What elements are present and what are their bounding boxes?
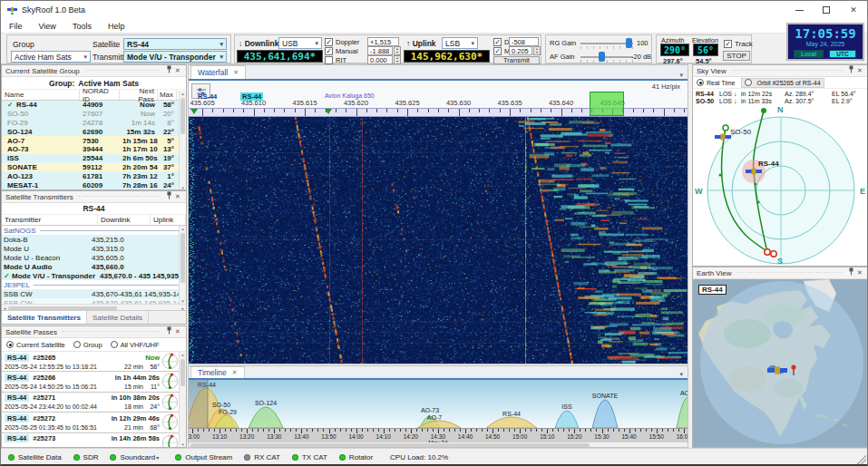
uplink-doppler-value[interactable]: -508: [509, 37, 539, 46]
close-icon[interactable]: ✕: [855, 66, 864, 75]
downlink-doppler-value[interactable]: +1,515: [367, 37, 399, 46]
resize-grip[interactable]: [857, 455, 866, 464]
transmit-button[interactable]: Transmit: [493, 56, 540, 64]
radio-real-time[interactable]: Real Time: [697, 79, 736, 86]
downlink-manual-spinner[interactable]: ▴▾: [394, 46, 401, 55]
close-icon[interactable]: ✕: [840, 1, 867, 19]
status-indicator[interactable]: RX CAT ▾: [244, 453, 280, 461]
maximize-icon[interactable]: [813, 1, 840, 19]
group-combobox[interactable]: Active Ham Sats▾: [11, 51, 91, 63]
pin-icon[interactable]: [164, 65, 173, 76]
radio-orbit[interactable]: Orbit #25265 of RS-44: [741, 78, 824, 88]
svg-text:AO: AO: [680, 390, 688, 396]
uplink-manual-spinner[interactable]: ▴▾: [533, 46, 541, 55]
tab-timeline[interactable]: Timeline✕: [190, 366, 245, 378]
table-row[interactable]: ✓RS-44 44909 Now 58°: [2, 101, 186, 110]
close-icon[interactable]: ✕: [173, 66, 182, 75]
chevron-down-icon: ▾: [313, 40, 318, 47]
af-gain-slider[interactable]: [580, 56, 633, 58]
close-icon[interactable]: ✕: [173, 327, 182, 336]
table-row[interactable]: ✓ JE9PEL: [2, 280, 186, 289]
downlink-rit-value[interactable]: 0.000: [367, 55, 393, 64]
menu-view[interactable]: View: [31, 19, 64, 33]
pin-icon[interactable]: [164, 191, 173, 202]
table-row[interactable]: ✓SO-50 27607 Now 20°: [2, 110, 186, 119]
list-item[interactable]: RS-44 #25271 in 10h 38m 20s 2025-05-24 2…: [2, 393, 180, 413]
tab-waterfall[interactable]: Waterfall✕: [190, 65, 246, 79]
table-row[interactable]: ✓MESAT-1 60209 7h 28m 16s 24°: [2, 180, 186, 189]
vertical-scrollbar[interactable]: ▴ ▾: [179, 352, 186, 447]
close-icon[interactable]: ✕: [233, 69, 239, 76]
track-checkbox[interactable]: ✓Track: [724, 40, 753, 48]
satellite-combobox[interactable]: RS-44▾: [123, 38, 227, 50]
table-row[interactable]: ✓ Mode U - Beacon 435,605.0: [2, 253, 186, 262]
list-item[interactable]: RS-44 #25266 in 1h 44m 26s 2025-05-24 14…: [2, 372, 180, 392]
status-indicator[interactable]: Rotator ▾: [339, 453, 373, 461]
list-item[interactable]: RS-44 #25265 Now 2025-05-24 12:55:25 to …: [2, 352, 180, 372]
radio-group[interactable]: Group: [73, 341, 102, 349]
table-row[interactable]: ✓AO-7 7530 1h 15m 18s 5°: [2, 136, 186, 145]
rg-gain-slider-thumb[interactable]: [626, 38, 632, 48]
af-gain-slider-thumb[interactable]: [599, 52, 605, 62]
table-row[interactable]: ✓SO-124 62690 15m 32s 22°: [2, 127, 186, 136]
chevron-down-icon[interactable]: ▾: [675, 72, 688, 79]
pin-icon[interactable]: [164, 326, 173, 337]
status-indicator[interactable]: Output Stream ▾: [175, 453, 232, 461]
utc-time-button[interactable]: UTC: [829, 50, 856, 58]
chevron-down-icon[interactable]: ▾: [675, 371, 688, 378]
passband-selection[interactable]: [590, 92, 624, 116]
tuning-marker-icon[interactable]: [325, 109, 332, 114]
earth-map[interactable]: [693, 279, 868, 447]
table-row[interactable]: ✓AO-123 61781 7h 23m 12s 1°: [2, 171, 186, 180]
table-row[interactable]: ✓ISS 25544 2h 6m 50s 19°: [2, 154, 186, 163]
local-time-button[interactable]: Local: [794, 50, 824, 58]
table-row[interactable]: ✓ Doka-B 435,215.0: [2, 235, 186, 244]
status-indicator[interactable]: Soundcard ▾: [110, 453, 163, 461]
stop-button[interactable]: STOP: [723, 51, 750, 61]
table-row[interactable]: ✓SONATE 59112 2h 20m 54s 37°: [2, 163, 186, 172]
close-icon[interactable]: ✕: [855, 268, 864, 277]
tab-satellite-details[interactable]: Satellite Details: [87, 311, 149, 324]
table-row[interactable]: ✓ Mode U Audio 435,660.0: [2, 262, 186, 271]
status-indicator[interactable]: TX CAT ▾: [292, 453, 327, 461]
downlink-doppler-checkbox[interactable]: ✓Doppler: [325, 38, 359, 46]
table-row[interactable]: ✓ SSB CW 435,670-435,610 145,935-145: [2, 289, 186, 298]
downlink-manual-checkbox[interactable]: ✓Manual: [325, 47, 358, 55]
satellite-passes-panel: Satellite Passes ✕ Current Satellite Gro…: [1, 325, 187, 448]
panel-title: Satellite Transmitters: [5, 193, 73, 201]
timeline-chart[interactable]: RS-44SO-50FO-29SO-124AO-73AO-7RS-44ISSSO…: [189, 380, 688, 428]
uplink-mode-combobox[interactable]: LSB▾: [442, 37, 478, 49]
status-indicator[interactable]: SDR ▾: [73, 453, 99, 461]
downlink-rit-spinner[interactable]: ▴▾: [394, 55, 401, 64]
status-indicator[interactable]: Satellite Data ▾: [8, 453, 62, 461]
close-icon[interactable]: ✕: [232, 369, 238, 376]
table-row[interactable]: ✓ Mode U 435,315.0: [2, 244, 186, 253]
downlink-manual-value[interactable]: -1.888: [367, 46, 393, 55]
transmitter-combobox[interactable]: Mode V/U - Transponder▾: [123, 51, 227, 63]
pin-icon[interactable]: [846, 267, 855, 278]
list-item[interactable]: RS-44 #25273 in 14h 26m 58s: [2, 433, 180, 447]
uplink-manual-value[interactable]: 0.205: [509, 46, 532, 55]
tuning-marker-icon[interactable]: [190, 109, 198, 114]
pin-icon[interactable]: [846, 65, 855, 76]
radio-all-vhf-uhf[interactable]: All VHF/UHF: [111, 341, 160, 349]
minimize-icon[interactable]: [785, 1, 813, 19]
downlink-mode-combobox[interactable]: USB▾: [278, 37, 322, 49]
downlink-rit-checkbox[interactable]: RIT: [325, 56, 346, 64]
table-row[interactable]: ✓ Mode V/U - Transponder 435,670.0 - 435…: [2, 271, 186, 280]
radio-current-satellite[interactable]: Current Satellite: [6, 341, 65, 349]
table-row[interactable]: ✓ SatNOGS: [2, 226, 186, 235]
tab-satellite-transmitters[interactable]: Satellite Transmitters: [2, 311, 87, 324]
close-icon[interactable]: ✕: [173, 192, 182, 201]
table-row[interactable]: ✓FO-29 24278 1m 14s 8°: [2, 119, 186, 128]
menu-file[interactable]: File: [1, 19, 31, 33]
vertical-scrollbar[interactable]: ▴ ▾: [179, 226, 186, 304]
status-dot-icon: [339, 454, 346, 461]
menu-help[interactable]: Help: [100, 19, 133, 33]
table-row[interactable]: ✓AO-73 39444 1h 17m 10s 13°: [2, 145, 186, 154]
list-item[interactable]: RS-44 #25272 in 12h 29m 46s 2025-05-25 0…: [2, 413, 180, 432]
polar-plot[interactable]: N S W E RS-44 SO-50: [693, 102, 868, 267]
menu-tools[interactable]: Tools: [64, 19, 100, 33]
vertical-scrollbar[interactable]: ▴ ▾: [179, 91, 186, 190]
waterfall-canvas[interactable]: [189, 117, 688, 364]
